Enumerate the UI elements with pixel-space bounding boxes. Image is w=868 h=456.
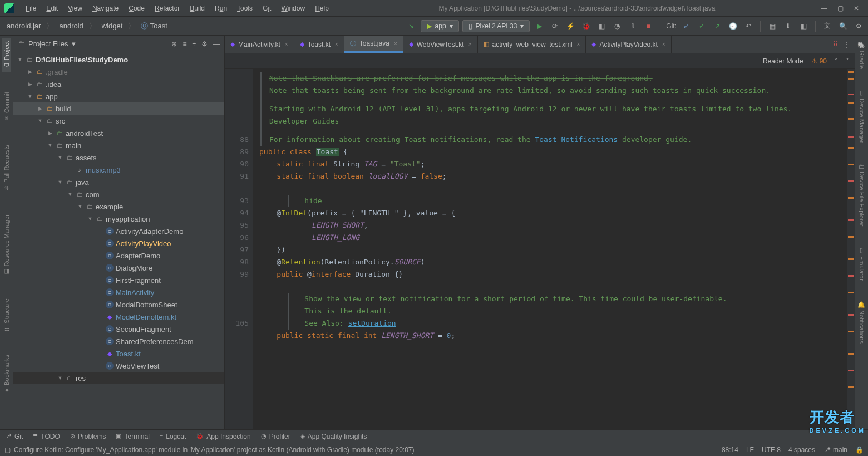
rail-bookmarks[interactable]: ★Bookmarks [2,351,11,397]
tree-item[interactable]: ◆Toast.kt [13,347,224,360]
tree-item[interactable]: CActivityAdapterDemo [13,225,224,237]
translate-icon[interactable]: 文 [821,20,834,32]
tab-close-icon[interactable]: × [662,41,665,47]
menu-navigate[interactable]: Navigate [88,3,123,14]
git-commit-icon[interactable]: ✓ [696,20,708,32]
tab-close-icon[interactable]: × [394,41,397,47]
caret-position[interactable]: 88:14 [722,446,738,454]
tab-close-icon[interactable]: × [285,41,288,47]
tree-item[interactable]: ▶🗀.gradle [13,66,224,78]
tree-item[interactable]: ▼🗀com [13,188,224,200]
run-icon[interactable]: ▶ [533,20,545,32]
device-combo[interactable]: ▯ Pixel 2 API 33▾ [462,20,530,32]
settings-icon[interactable]: ⚙ [201,40,208,48]
tab-webviewtest-kt[interactable]: ◆WebViewTest.kt× [403,36,478,53]
git-branch[interactable]: ⎇main [823,446,847,454]
rail-gradle[interactable]: 🐘Gradle [857,38,866,72]
tab-toast-kt[interactable]: ◆Toast.kt× [294,36,344,53]
collapse-icon[interactable]: ÷ [192,40,196,48]
git-history-icon[interactable]: 🕘 [727,20,739,32]
tree-item[interactable]: CMainActivity [13,286,224,298]
tree-item[interactable]: CAdapterDemo [13,249,224,262]
tab-close-icon[interactable]: × [335,41,338,47]
git-rollback-icon[interactable]: ↶ [742,20,754,32]
tree-item[interactable]: ▼🗀java [13,176,224,188]
bottom-terminal[interactable]: ▣Terminal [116,433,149,440]
menu-help[interactable]: Help [310,3,333,14]
resource-icon[interactable]: ◧ [797,20,810,32]
close-icon[interactable]: ✕ [854,4,859,12]
rail-resource-manager[interactable]: ◧Resource Manager [2,211,11,278]
tree-item[interactable]: ▼🗀myapplication [13,213,224,225]
rail-commit[interactable]: ⎘Commit [2,89,11,125]
down-icon[interactable]: ˅ [846,57,849,65]
rail-notifications[interactable]: 🔔Notifications [857,297,866,347]
crumb-pkg2[interactable]: widget [98,21,126,31]
code[interactable]: Note that Snackbars are preferred for br… [254,69,847,429]
menu-git[interactable]: Git [258,3,275,14]
project-tree[interactable]: ▼🗀D:\GitHubFiles\StudyDemo▶🗀.gradle▶🗀.id… [13,52,224,429]
project-view-combo[interactable]: 🗀 Project Files ▾ [18,40,167,48]
tab-close-icon[interactable]: × [577,41,580,47]
locate-icon[interactable]: ⊕ [171,40,177,48]
up-icon[interactable]: ˄ [835,57,838,65]
menu-window[interactable]: Window [277,3,309,14]
search-everywhere-icon[interactable]: 🔍 [837,20,849,32]
apply-changes-icon[interactable]: ⟳ [549,20,561,32]
tab-close-icon[interactable]: × [468,41,472,47]
bottom-logcat[interactable]: ≡Logcat [160,433,186,440]
menu-file[interactable]: File [21,3,41,14]
rail-pull-requests[interactable]: ⇅Pull Requests [2,141,11,194]
doc-link[interactable]: Toast Notifications [535,135,618,144]
git-update-icon[interactable]: ↙ [680,20,692,32]
run-config-combo[interactable]: ▶ app▾ [421,20,459,32]
menu-build[interactable]: Build [185,3,209,14]
crumb-class[interactable]: ⓒ Toast [137,20,170,32]
tree-item[interactable]: ▶🗀build [13,102,224,115]
bottom-app-inspection[interactable]: 🐞App Inspection [196,433,250,440]
tree-item[interactable]: ▶🗀.idea [13,78,224,90]
tree-item[interactable]: ◆ModelDemoItem.kt [13,311,224,323]
file-encoding[interactable]: UTF-8 [762,446,781,454]
maximize-icon[interactable]: ▢ [837,4,844,12]
tab-activity-web-view-test-xml[interactable]: ◧activity_web_view_test.xml× [478,36,586,53]
apply-code-icon[interactable]: ⚡ [564,20,576,32]
rail-structure[interactable]: ☷Structure [2,295,11,335]
tab-more-icon[interactable]: ⋮ [844,41,850,48]
menu-view[interactable]: View [63,3,87,14]
rail-emulator[interactable]: ▯Emulator [857,243,866,284]
menu-edit[interactable]: Edit [42,3,62,14]
crumb-pkg1[interactable]: android [56,21,86,31]
status-prev-icon[interactable]: ▢ [4,446,11,454]
error-stripe[interactable] [847,69,855,429]
rail-device-file-explorer[interactable]: 🗀Device File Explorer [857,160,866,229]
tree-item[interactable]: ▼🗀res [13,372,224,384]
tree-item[interactable]: ▼🗀main [13,139,224,151]
menu-run[interactable]: Run [210,3,231,14]
bottom-todo[interactable]: ≣TODO [33,433,60,440]
indent-info[interactable]: 4 spaces [788,446,815,454]
bottom-app-quality[interactable]: ◈App Quality Insights [300,433,367,440]
settings-icon[interactable]: ⚙ [852,20,865,32]
tree-root[interactable]: ▼🗀D:\GitHubFiles\StudyDemo [13,53,224,66]
tree-item[interactable]: ▼🗀assets [13,151,224,164]
tree-item[interactable]: ▼🗀app [13,90,224,102]
lock-icon[interactable]: 🔒 [855,446,864,454]
minimize-icon[interactable]: — [821,4,827,12]
tree-item[interactable]: ▼🗀src [13,115,224,127]
coverage-icon[interactable]: ◧ [595,20,608,32]
profile-icon[interactable]: ◔ [611,20,623,32]
bottom-git[interactable]: ⎇Git [4,433,23,440]
sdk-icon[interactable]: ⬇ [782,20,794,32]
hide-icon[interactable]: — [213,40,220,48]
bottom-profiler[interactable]: ◔Profiler [261,433,290,440]
menu-refactor[interactable]: Refactor [150,3,184,14]
sync-icon[interactable]: ↘ [405,20,417,32]
tree-item[interactable]: CWebViewTest [13,360,224,372]
debug-icon[interactable]: 🐞 [580,20,592,32]
menu-tools[interactable]: Tools [233,3,257,14]
attach-debugger-icon[interactable]: ⇩ [627,20,639,32]
avd-icon[interactable]: ▦ [766,20,778,32]
doc-seealso-link[interactable]: setDuration [348,319,396,327]
tree-item[interactable]: ▶🗀androidTest [13,127,224,139]
